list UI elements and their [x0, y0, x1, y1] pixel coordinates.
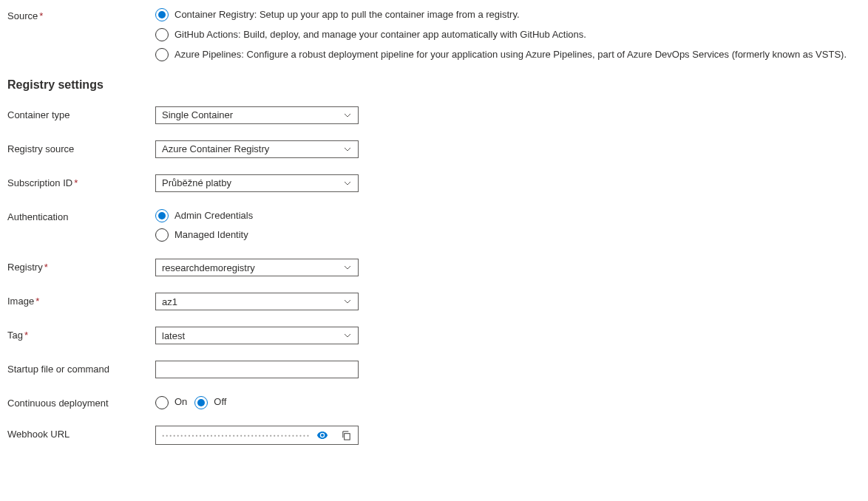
copy-button[interactable] — [334, 426, 358, 444]
required-asterisk: * — [24, 330, 28, 341]
startup-label: Startup file or command — [7, 361, 155, 375]
required-asterisk: * — [44, 262, 48, 273]
subscription-id-select[interactable]: Průběžné platby — [155, 174, 359, 192]
required-asterisk: * — [39, 10, 43, 21]
source-radio-azure-pipelines[interactable]: Azure Pipelines: Configure a robust depl… — [155, 47, 861, 62]
chevron-down-icon — [343, 179, 352, 188]
subscription-id-row: Subscription ID* Průběžné platby — [7, 174, 861, 192]
image-label-text: Image — [7, 296, 34, 307]
auth-option-label-0: Admin Credentials — [174, 208, 253, 223]
registry-source-row: Registry source Azure Container Registry — [7, 140, 861, 158]
image-label: Image* — [7, 293, 155, 307]
source-row: Source* Container Registry: Setup up you… — [7, 7, 861, 62]
radio-icon — [155, 48, 169, 61]
radio-icon — [155, 396, 169, 409]
webhook-url-control: ●●●●●●●●●●●●●●●●●●●●●●●●●●●●●●●●●●●●●●●●… — [155, 426, 359, 445]
source-radio-container-registry[interactable]: Container Registry: Setup up your app to… — [155, 7, 861, 22]
cd-radio-on[interactable]: On — [155, 395, 187, 409]
cd-option-label-off: Off — [214, 395, 226, 409]
radio-icon — [194, 396, 208, 409]
startup-input[interactable] — [155, 361, 359, 378]
container-type-select[interactable]: Single Container — [155, 106, 359, 124]
source-label: Source* — [7, 7, 155, 21]
continuous-deployment-row: Continuous deployment On Off — [7, 395, 861, 409]
required-asterisk: * — [74, 177, 78, 188]
auth-option-label-1: Managed Identity — [174, 228, 248, 242]
chevron-down-icon — [343, 145, 352, 154]
continuous-deployment-label: Continuous deployment — [7, 395, 155, 409]
registry-source-label: Registry source — [7, 140, 155, 154]
registry-source-select[interactable]: Azure Container Registry — [155, 140, 359, 158]
subscription-id-label-text: Subscription ID — [7, 177, 72, 188]
radio-icon — [155, 228, 169, 242]
continuous-deployment-options: On Off — [155, 395, 861, 409]
source-label-text: Source — [7, 10, 38, 21]
copy-icon — [341, 430, 352, 441]
registry-select[interactable]: researchdemoregistry — [155, 259, 359, 276]
registry-source-value: Azure Container Registry — [162, 143, 269, 154]
radio-icon — [155, 28, 169, 41]
registry-label-text: Registry — [7, 262, 43, 273]
subscription-id-value: Průběžné platby — [162, 177, 231, 188]
subscription-id-label: Subscription ID* — [7, 174, 155, 188]
chevron-down-icon — [343, 111, 352, 120]
required-asterisk: * — [35, 296, 39, 307]
svg-rect-0 — [344, 433, 350, 439]
container-type-row: Container type Single Container — [7, 106, 861, 124]
authentication-options: Admin Credentials Managed Identity — [155, 208, 861, 243]
registry-label: Registry* — [7, 259, 155, 273]
radio-icon — [155, 209, 169, 222]
image-select[interactable]: az1 — [155, 293, 359, 310]
image-row: Image* az1 — [7, 293, 861, 310]
image-value: az1 — [162, 296, 177, 307]
cd-radio-off[interactable]: Off — [194, 395, 226, 409]
registry-value: researchdemoregistry — [162, 262, 255, 273]
container-type-label: Container type — [7, 106, 155, 120]
authentication-label: Authentication — [7, 208, 155, 222]
reveal-button[interactable] — [311, 426, 334, 444]
container-type-value: Single Container — [162, 109, 233, 120]
authentication-row: Authentication Admin Credentials Managed… — [7, 208, 861, 243]
webhook-url-row: Webhook URL ●●●●●●●●●●●●●●●●●●●●●●●●●●●●… — [7, 426, 861, 445]
eye-icon — [316, 429, 328, 441]
auth-radio-managed-identity[interactable]: Managed Identity — [155, 228, 861, 242]
webhook-masked-value: ●●●●●●●●●●●●●●●●●●●●●●●●●●●●●●●●●●●●●●●●… — [156, 433, 311, 437]
webhook-url-label: Webhook URL — [7, 426, 155, 440]
tag-value: latest — [162, 330, 185, 341]
tag-label: Tag* — [7, 327, 155, 341]
registry-settings-title: Registry settings — [7, 78, 861, 92]
radio-icon — [155, 8, 169, 21]
tag-row: Tag* latest — [7, 327, 861, 344]
auth-radio-admin-credentials[interactable]: Admin Credentials — [155, 208, 861, 223]
chevron-down-icon — [343, 297, 352, 306]
source-radio-github-actions[interactable]: GitHub Actions: Build, deploy, and manag… — [155, 27, 861, 42]
source-option-label-0: Container Registry: Setup up your app to… — [174, 7, 520, 22]
startup-row: Startup file or command — [7, 361, 861, 378]
tag-label-text: Tag — [7, 330, 23, 341]
source-option-label-1: GitHub Actions: Build, deploy, and manag… — [174, 27, 586, 42]
source-options: Container Registry: Setup up your app to… — [155, 7, 861, 62]
chevron-down-icon — [343, 331, 352, 340]
tag-select[interactable]: latest — [155, 327, 359, 344]
cd-option-label-on: On — [174, 395, 187, 409]
source-option-label-2: Azure Pipelines: Configure a robust depl… — [174, 47, 847, 62]
chevron-down-icon — [343, 263, 352, 272]
registry-row: Registry* researchdemoregistry — [7, 259, 861, 276]
